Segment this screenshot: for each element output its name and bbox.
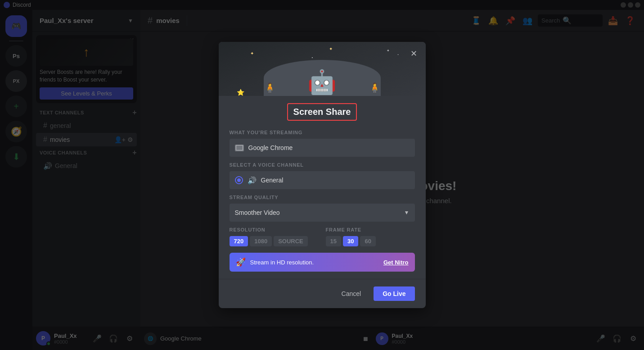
hero-char-far-left-icon: ⭐: [237, 89, 244, 96]
close-x-icon: ✕: [410, 49, 417, 59]
streaming-app-select[interactable]: Google Chrome: [230, 139, 415, 157]
framerate-label: FRAME RATE: [326, 227, 415, 232]
screen-share-modal: ✦ ✦ • • ✦ 🤖 🧍 🧍 ⭐ ✕ Screen Share WHAT YO…: [219, 42, 426, 308]
quality-dropdown-arrow-icon: ▼: [404, 209, 410, 216]
radio-inner-dot: [237, 178, 241, 182]
voice-channel-radio[interactable]: 🔊 General: [230, 171, 415, 189]
resolution-source-button[interactable]: SOURCE: [274, 236, 308, 246]
hero-char-left-icon: 🧍: [264, 82, 276, 94]
hero-star-2-icon: ✦: [387, 49, 390, 53]
hero-spark-icon: ✦: [329, 46, 333, 51]
voice-channel-label: General: [261, 177, 284, 184]
framerate-60-button[interactable]: 60: [360, 236, 375, 246]
modal-footer: Cancel Go Live: [219, 279, 426, 308]
radio-button-general[interactable]: [235, 176, 243, 184]
voice-channel-section-label: SELECT A VOICE CHANNEL: [230, 162, 415, 168]
nitro-banner-text: Stream in HD resolution.: [250, 259, 379, 266]
modal-hero: ✦ ✦ • • ✦ 🤖 🧍 🧍 ⭐: [219, 42, 426, 96]
resolution-720-button[interactable]: 720: [230, 236, 248, 246]
cancel-button[interactable]: Cancel: [334, 286, 369, 301]
hero-char-right-icon: 🧍: [369, 82, 381, 94]
modal-title: Screen Share: [287, 103, 357, 121]
resolution-framerate-row: RESOLUTION 720 1080 SOURCE FRAME RATE 15…: [230, 227, 415, 246]
quality-dropdown[interactable]: Smoother Video ▼: [230, 204, 415, 222]
voice-icon: 🔊: [248, 176, 257, 185]
monitor-icon: [235, 145, 244, 151]
resolution-btn-group: 720 1080 SOURCE: [230, 236, 319, 246]
framerate-btn-group: 15 30 60: [326, 236, 415, 246]
modal-close-button[interactable]: ✕: [408, 47, 420, 60]
go-live-button[interactable]: Go Live: [374, 286, 414, 301]
modal-overlay: ✦ ✦ • • ✦ 🤖 🧍 🧍 ⭐ ✕ Screen Share WHAT YO…: [0, 0, 644, 350]
monitor-inner-icon: [236, 145, 243, 150]
nitro-banner: 🚀 Stream in HD resolution. Get Nitro: [230, 253, 415, 272]
quality-selected-text: Smoother Video: [235, 209, 404, 216]
quality-section-label: STREAM QUALITY: [230, 195, 415, 200]
hero-dot-icon: •: [397, 53, 398, 56]
streaming-app-label: Google Chrome: [248, 144, 410, 151]
hero-robot-icon: 🤖: [307, 68, 337, 96]
resolution-label: RESOLUTION: [230, 227, 319, 232]
resolution-section: RESOLUTION 720 1080 SOURCE: [230, 227, 319, 246]
modal-body: WHAT YOU'RE STREAMING Google Chrome SELE…: [219, 130, 426, 279]
nitro-icon: 🚀: [236, 257, 246, 267]
modal-title-wrap: Screen Share: [219, 96, 426, 124]
framerate-section: FRAME RATE 15 30 60: [326, 227, 415, 246]
framerate-30-button[interactable]: 30: [343, 236, 358, 246]
hero-star-3-icon: •: [312, 55, 313, 59]
streaming-section-label: WHAT YOU'RE STREAMING: [230, 130, 415, 135]
resolution-1080-button[interactable]: 1080: [250, 236, 272, 246]
framerate-15-button[interactable]: 15: [326, 236, 341, 246]
get-nitro-link[interactable]: Get Nitro: [383, 259, 409, 266]
hero-star-1-icon: ✦: [250, 51, 254, 56]
